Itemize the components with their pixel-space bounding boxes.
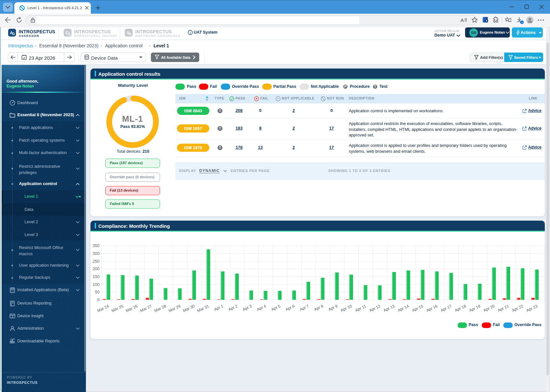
svg-text:Apr 11: Apr 11 — [354, 304, 367, 313]
svg-text:Apr 7: Apr 7 — [299, 304, 310, 312]
svg-text:Mar 27: Mar 27 — [139, 304, 153, 313]
svg-text:200: 200 — [93, 267, 100, 271]
svg-text:Apr 12: Apr 12 — [368, 304, 381, 313]
svg-text:A: A — [461, 17, 464, 23]
svg-text:Apr 17: Apr 17 — [440, 304, 453, 313]
svg-text:Mar 30: Mar 30 — [182, 304, 196, 313]
svg-text:Apr 21: Apr 21 — [497, 304, 510, 313]
svg-text:i: i — [522, 21, 522, 24]
svg-text:Apr 14: Apr 14 — [397, 304, 410, 313]
svg-text:Apr 2: Apr 2 — [228, 304, 238, 312]
svg-text:Apr 23: Apr 23 — [526, 304, 538, 313]
svg-text:T: T — [219, 109, 221, 113]
svg-text:Apr 4: Apr 4 — [256, 304, 267, 312]
svg-text:Apr 18: Apr 18 — [454, 304, 467, 313]
svg-text:Mar 24: Mar 24 — [96, 304, 110, 313]
svg-text:0: 0 — [97, 298, 100, 302]
svg-text:Apr 5: Apr 5 — [270, 304, 281, 312]
svg-text:Apr 15: Apr 15 — [411, 304, 424, 313]
svg-text:Apr 10: Apr 10 — [340, 304, 353, 313]
svg-text:Mar 28: Mar 28 — [154, 304, 167, 313]
svg-text:T: T — [219, 127, 221, 130]
svg-text:Mar 25: Mar 25 — [111, 304, 124, 313]
svg-text:Apr 19: Apr 19 — [468, 304, 481, 313]
svg-text:Apr 8: Apr 8 — [313, 304, 324, 312]
svg-text:Apr 16: Apr 16 — [426, 304, 438, 313]
svg-text:Apr 6: Apr 6 — [285, 304, 296, 312]
svg-text:Apr 9: Apr 9 — [328, 304, 338, 312]
svg-text:100: 100 — [93, 282, 100, 287]
svg-text:Mar 29: Mar 29 — [168, 304, 181, 313]
svg-text:50: 50 — [95, 290, 100, 294]
svg-text:350: 350 — [93, 243, 100, 248]
svg-text:Apr 1: Apr 1 — [213, 304, 224, 312]
svg-text:T: T — [374, 85, 376, 88]
svg-text:Apr 3: Apr 3 — [242, 304, 253, 312]
svg-text:T: T — [219, 146, 221, 149]
svg-text:Apr 22: Apr 22 — [511, 304, 524, 313]
svg-text:150: 150 — [93, 274, 100, 279]
svg-text:Mar 26: Mar 26 — [125, 304, 138, 313]
svg-text:Apr 20: Apr 20 — [483, 304, 495, 313]
svg-text:Mar 31: Mar 31 — [196, 304, 210, 313]
svg-text:250: 250 — [93, 259, 100, 264]
svg-text:300: 300 — [93, 251, 100, 256]
svg-text:Apr 13: Apr 13 — [383, 304, 396, 313]
svg-text:P: P — [344, 85, 347, 88]
